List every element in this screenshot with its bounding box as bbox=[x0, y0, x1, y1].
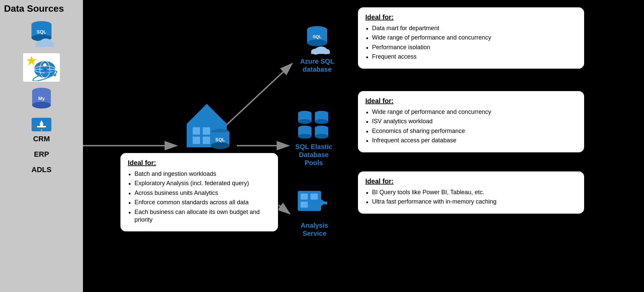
svg-rect-22 bbox=[40, 124, 43, 126]
svg-text:SQL: SQL bbox=[37, 29, 47, 34]
svg-rect-64 bbox=[300, 202, 308, 208]
svg-point-60 bbox=[315, 134, 328, 139]
crm-label: CRM bbox=[33, 135, 50, 143]
elastic-item-2: ISV analytics workload bbox=[365, 118, 577, 125]
svg-point-18 bbox=[32, 102, 51, 108]
sqldw-info-title: Ideal for: bbox=[128, 159, 271, 167]
elastic-item-1: Wide range of performance and concurrenc… bbox=[365, 108, 577, 116]
svg-text:SQL: SQL bbox=[215, 137, 225, 142]
sqldw-item-3: Across business units Analytics bbox=[128, 189, 271, 197]
ssis-icon bbox=[23, 53, 60, 82]
analysis-info-title: Ideal for: bbox=[365, 177, 577, 185]
svg-rect-48 bbox=[311, 51, 330, 54]
azure-sql-info-list: Data mart for department Wide range of p… bbox=[365, 24, 577, 61]
azure-sql-item-4: Frequent access bbox=[365, 53, 577, 61]
svg-point-54 bbox=[315, 119, 328, 124]
elastic-item-4: Infrequent access per database bbox=[365, 137, 577, 144]
azure-sql-item-3: Performance isolation bbox=[365, 44, 577, 51]
svg-rect-62 bbox=[300, 194, 308, 200]
elastic-info-title: Ideal for: bbox=[365, 97, 577, 105]
info-box-azure-sql: Ideal for: Data mart for department Wide… bbox=[357, 7, 585, 69]
analysis-item-2: Ultra fast performance with in-memory ca… bbox=[365, 198, 577, 206]
azure-sql-item-2: Wide range of performance and concurrenc… bbox=[365, 34, 577, 42]
sidebar-icons: SQL bbox=[0, 17, 83, 174]
sqldw-item-1: Batch and ingestion workloads bbox=[128, 170, 271, 178]
erp-label: ERP bbox=[34, 150, 49, 158]
analysis-label: AnalysisService bbox=[301, 221, 328, 237]
analysis-info-list: BI Query tools like Power BI, Tableau, e… bbox=[365, 189, 577, 206]
svg-point-39 bbox=[211, 142, 229, 149]
sqldw-info-list: Batch and ingestion workloads Explorator… bbox=[128, 170, 271, 224]
sidebar-title: Data Sources bbox=[0, 3, 64, 14]
svg-rect-34 bbox=[203, 127, 210, 135]
svg-point-15 bbox=[54, 74, 56, 76]
info-box-sqldw: Ideal for: Batch and ingestion workloads… bbox=[120, 152, 279, 232]
svg-rect-7 bbox=[36, 44, 54, 47]
sidebar: Data Sources SQL bbox=[0, 0, 83, 292]
azure-sql-info-title: Ideal for: bbox=[365, 13, 577, 21]
crm-icon: ⚡ CRM bbox=[23, 117, 60, 143]
svg-rect-66 bbox=[318, 202, 327, 204]
sqldw-node: SQL SQL DW bbox=[177, 97, 237, 161]
analysis-item-1: BI Query tools like Power BI, Tableau, e… bbox=[365, 189, 577, 196]
svg-text:⚡: ⚡ bbox=[40, 129, 43, 132]
svg-rect-33 bbox=[193, 127, 200, 135]
sql-azure-icon: SQL bbox=[23, 17, 60, 49]
adls-label-container: ADLS bbox=[31, 165, 52, 174]
info-box-elastic: Ideal for: Wide range of performance and… bbox=[357, 90, 585, 153]
elastic-info-list: Wide range of performance and concurrenc… bbox=[365, 108, 577, 145]
sqldw-item-2: Exploratory Analysis (incl. federated qu… bbox=[128, 179, 271, 187]
adls-label: ADLS bbox=[31, 165, 52, 174]
svg-marker-8 bbox=[26, 56, 36, 65]
diagram-area: SQL SQL DW SQL Azure SQL database bbox=[83, 0, 644, 292]
svg-rect-35 bbox=[193, 137, 200, 144]
sqldw-item-4: Enforce common standards across all data bbox=[128, 199, 271, 206]
erp-label-container: ERP bbox=[34, 150, 49, 159]
mysql-icon: My bbox=[23, 86, 60, 113]
svg-rect-23 bbox=[37, 126, 46, 127]
elastic-node: SQL ElasticDatabasePools bbox=[287, 107, 341, 167]
azure-sql-label: Azure SQL database bbox=[300, 57, 334, 73]
elastic-item-3: Economics of sharing performance bbox=[365, 127, 577, 135]
elastic-label: SQL ElasticDatabasePools bbox=[295, 143, 333, 167]
svg-rect-63 bbox=[310, 194, 318, 200]
svg-text:My: My bbox=[38, 96, 45, 101]
svg-point-43 bbox=[307, 40, 327, 46]
svg-point-51 bbox=[298, 119, 311, 124]
azure-sql-item-1: Data mart for department bbox=[365, 24, 577, 32]
svg-point-13 bbox=[43, 63, 47, 67]
svg-point-57 bbox=[298, 134, 311, 139]
info-box-analysis: Ideal for: BI Query tools like Power BI,… bbox=[357, 171, 585, 214]
svg-text:SQL: SQL bbox=[313, 34, 322, 39]
sqldw-item-5: Each business can allocate its own budge… bbox=[128, 208, 271, 224]
svg-rect-36 bbox=[203, 137, 210, 144]
azure-sql-node: SQL Azure SQL database bbox=[290, 23, 344, 73]
main-container: Data Sources SQL bbox=[0, 0, 644, 292]
analysis-node: AnalysisService bbox=[288, 188, 341, 237]
svg-marker-31 bbox=[187, 104, 227, 124]
